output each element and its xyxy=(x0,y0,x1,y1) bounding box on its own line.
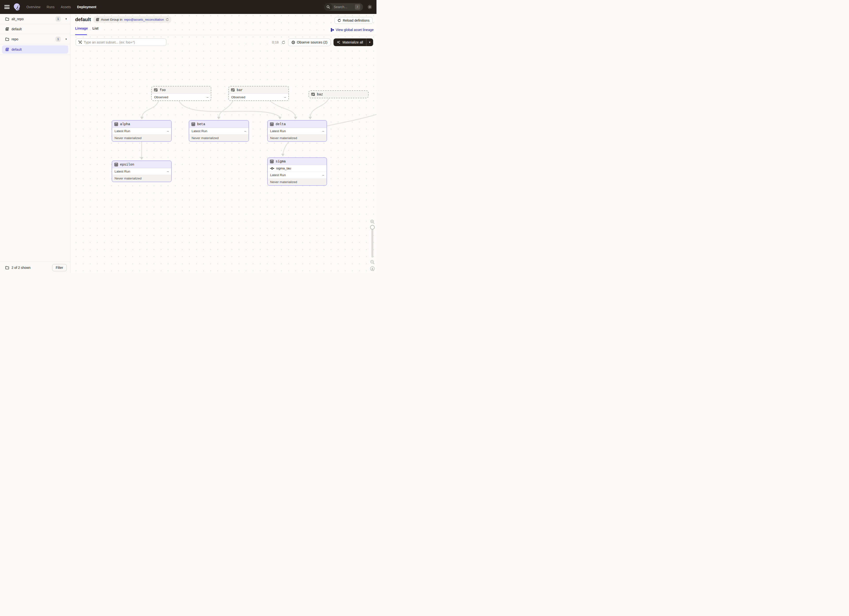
search-input[interactable] xyxy=(334,5,354,9)
asset-name: beta xyxy=(197,122,205,126)
search-box[interactable]: / xyxy=(324,3,363,11)
edge-foo-alpha xyxy=(142,101,159,117)
table-asset-icon xyxy=(270,122,274,126)
asset-check-icon xyxy=(270,167,274,170)
latest-run-value: – xyxy=(322,129,324,133)
latest-run-value: – xyxy=(167,170,169,173)
observed-value: – xyxy=(207,95,209,99)
source-asset-icon xyxy=(311,92,315,96)
chevron-down-icon[interactable]: ▼ xyxy=(65,38,67,40)
asset-group-icon xyxy=(5,27,9,31)
sidebar-item-label: repo xyxy=(12,37,53,41)
materialization-status: Never materialized xyxy=(192,136,219,140)
observe-icon xyxy=(292,40,295,44)
sidebar-footer: 2 of 2 shown Filter xyxy=(0,262,70,273)
nav-item-assets[interactable]: Assets xyxy=(61,5,71,9)
search-shortcut-badge: / xyxy=(355,4,360,10)
count-badge: 1 xyxy=(55,37,61,42)
asset-check-name: sigma_tau xyxy=(276,167,291,170)
folder-icon xyxy=(5,17,9,21)
materialization-status: Never materialized xyxy=(115,177,142,180)
zoom-slider[interactable] xyxy=(371,226,373,258)
asset-name: epsilon xyxy=(120,163,134,167)
asset-node-foo[interactable]: foo Observed – xyxy=(151,86,211,101)
sidebar-item-default-alt[interactable]: default xyxy=(0,24,70,34)
asset-name: alpha xyxy=(120,122,130,126)
materialize-all-button[interactable]: Materialize all ▼ xyxy=(334,39,373,46)
nav-item-runs[interactable]: Runs xyxy=(46,5,55,9)
latest-run-value: – xyxy=(322,173,324,177)
hamburger-menu-icon[interactable] xyxy=(4,5,10,9)
sidebar-item-label: alt_repo xyxy=(12,17,53,21)
asset-name: sigma xyxy=(276,160,286,163)
edge-bar-beta xyxy=(219,101,233,117)
refresh-countdown: 0:18 xyxy=(272,40,279,44)
zoom-in-icon[interactable] xyxy=(370,219,375,224)
materialization-status: Never materialized xyxy=(115,136,142,140)
table-asset-icon xyxy=(114,122,118,126)
sidebar-item-label: default xyxy=(12,48,22,51)
nav-item-overview[interactable]: Overview xyxy=(27,5,40,9)
op-selector-icon xyxy=(78,40,82,44)
settings-gear-icon[interactable] xyxy=(367,4,372,9)
table-asset-icon xyxy=(270,160,274,163)
observe-sources-button[interactable]: Observe sources (2) xyxy=(288,39,331,46)
asset-name: baz xyxy=(317,92,323,96)
latest-run-label: Latest Run xyxy=(115,129,130,133)
latest-run-label: Latest Run xyxy=(270,173,286,177)
asset-name: delta xyxy=(276,122,286,126)
asset-node-alpha[interactable]: alpha Latest Run – Never materialized xyxy=(112,120,172,142)
materialize-dropdown-caret[interactable]: ▼ xyxy=(366,39,373,46)
folder-icon xyxy=(5,266,9,270)
asset-graph-region: default Asset Group in repo@assets_recon… xyxy=(70,14,377,273)
graph-zoom-controls xyxy=(369,219,375,272)
asset-node-beta[interactable]: beta Latest Run – Never materialized xyxy=(189,120,249,142)
shown-count-label: 2 of 2 shown xyxy=(12,266,30,270)
edge-baz-delta xyxy=(310,98,329,117)
lineage-edges xyxy=(70,14,377,273)
edge-foo-delta xyxy=(179,101,280,117)
nav-item-deployment[interactable]: Deployment xyxy=(77,5,96,9)
sidebar-item-repo[interactable]: repo 1 ▼ xyxy=(0,34,70,44)
asset-group-icon xyxy=(5,48,9,51)
refresh-icon[interactable] xyxy=(282,40,285,44)
latest-run-label: Latest Run xyxy=(115,170,130,173)
materialization-status: Never materialized xyxy=(270,180,297,184)
source-asset-icon xyxy=(231,88,235,92)
folder-icon xyxy=(5,37,9,41)
download-image-icon[interactable] xyxy=(370,266,375,271)
edge-bar-delta xyxy=(270,101,296,117)
asset-subset-input[interactable] xyxy=(84,40,164,44)
latest-run-label: Latest Run xyxy=(270,129,286,133)
asset-node-baz[interactable]: baz xyxy=(308,90,369,98)
latest-run-value: – xyxy=(244,129,246,133)
latest-run-value: – xyxy=(167,129,169,133)
search-icon xyxy=(324,3,332,11)
source-asset-icon xyxy=(154,88,158,92)
table-asset-icon xyxy=(114,163,118,167)
code-location-sidebar: alt_repo 1 ▼ default repo 1 ▼ default 2 … xyxy=(0,14,70,273)
asset-node-sigma[interactable]: sigma sigma_tau Latest Run – Never mater… xyxy=(267,157,327,186)
zoom-slider-knob[interactable] xyxy=(370,225,375,230)
sidebar-item-alt-repo[interactable]: alt_repo 1 ▼ xyxy=(0,14,70,24)
filter-button[interactable]: Filter xyxy=(52,264,67,271)
count-badge: 1 xyxy=(55,16,61,22)
top-nav: Overview Runs Assets Deployment / xyxy=(0,0,377,14)
materialization-status: Never materialized xyxy=(270,136,297,140)
asset-subset-filter[interactable] xyxy=(76,39,166,46)
latest-run-label: Latest Run xyxy=(192,129,207,133)
dagster-logo-icon[interactable] xyxy=(13,3,21,11)
sparkle-icon xyxy=(337,40,341,44)
table-asset-icon xyxy=(191,122,195,126)
chevron-down-icon[interactable]: ▼ xyxy=(65,18,67,20)
zoom-out-icon[interactable] xyxy=(370,260,375,264)
asset-node-epsilon[interactable]: epsilon Latest Run – Never materialized xyxy=(112,161,172,182)
sidebar-item-label: default xyxy=(12,27,67,31)
observed-label: Observed xyxy=(154,95,168,99)
observed-label: Observed xyxy=(231,95,246,99)
asset-node-bar[interactable]: bar Observed – xyxy=(228,86,289,101)
asset-name: bar xyxy=(237,88,243,92)
asset-node-delta[interactable]: delta Latest Run – Never materialized xyxy=(267,120,327,142)
sidebar-item-default-selected[interactable]: default xyxy=(2,45,68,54)
nav-links: Overview Runs Assets Deployment xyxy=(27,5,96,9)
